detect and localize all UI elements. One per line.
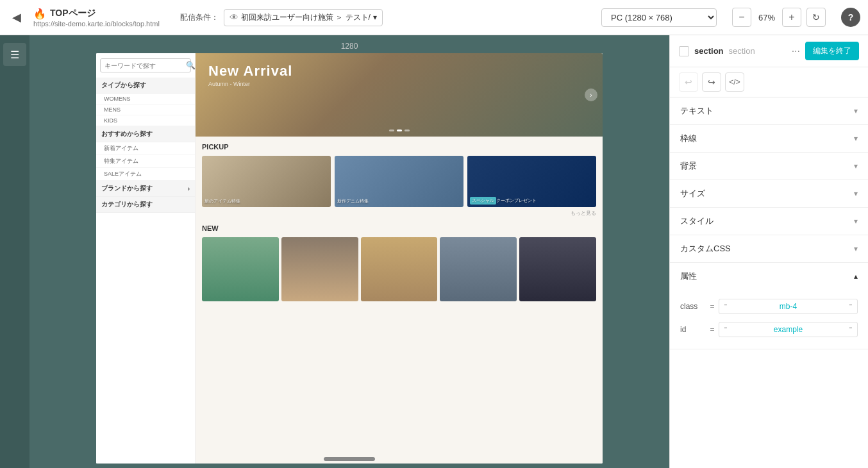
accordion-style-header[interactable]: スタイル ▾ (670, 208, 868, 235)
accordion-text-label: テキスト (680, 105, 714, 117)
zoom-controls: − 67% + ↻ (732, 8, 826, 27)
accordion-border-header[interactable]: 枠線 ▾ (670, 125, 868, 152)
pickup-grid: 旅のアイテム特集 新作デニム特集 スペシャルクーポンプレゼント (202, 156, 596, 207)
top-bar: ◀ 🔥 TOPページ https://site-demo.karte.io/bl… (0, 0, 868, 35)
accordion-background: 背景 ▾ (670, 153, 868, 180)
attr-equals-class: = (706, 302, 719, 311)
pickup-item-3[interactable]: スペシャルクーポンプレゼント (467, 156, 596, 207)
page-url: https://site-demo.karte.io/blocks/top.ht… (33, 20, 160, 28)
condition-label: 配信条件： (180, 12, 219, 23)
redo-button[interactable]: ↪ (702, 72, 721, 92)
sidebar-item-kids[interactable]: KIDS (96, 115, 195, 126)
right-panel: section section ··· 編集を終了 ↩ ↪ </> テキス (669, 35, 868, 468)
zoom-plus-icon: + (789, 12, 794, 23)
sidebar-item-brand-arrow: › (188, 185, 190, 192)
attributes-header[interactable]: 属性 ▴ (670, 263, 868, 290)
attr-value-class[interactable]: " mb-4 " (719, 299, 858, 314)
new-item-2[interactable] (281, 237, 358, 301)
device-select[interactable]: PC (1280 × 768) Mobile (601, 8, 717, 27)
sidebar-item-featured[interactable]: 特集アイテム (96, 155, 195, 168)
sidebar-item-brand[interactable]: ブランドから探す › (96, 181, 195, 197)
sidebar-item-brand-label: ブランドから探す (101, 184, 153, 193)
zoom-minus-button[interactable]: − (732, 8, 751, 27)
condition-chevron: ▾ (373, 13, 377, 22)
pickup-label-1: 旅のアイテム特集 (204, 198, 240, 205)
page-emoji: 🔥 (33, 8, 46, 20)
back-button[interactable]: ◀ (8, 8, 26, 26)
preview-scrollbar[interactable] (324, 457, 375, 461)
sidebar-item-mens[interactable]: MENS (96, 104, 195, 115)
accordion-text-chevron: ▾ (854, 106, 858, 115)
sidebar-item-category[interactable]: カテゴリから探す (96, 197, 195, 213)
accordion-background-chevron: ▾ (854, 162, 858, 171)
width-indicator: 1280 (341, 42, 358, 51)
refresh-icon: ↻ (812, 12, 820, 22)
sidebar-item-type-label: タイプから探す (101, 81, 146, 90)
accordion-size-chevron: ▾ (854, 189, 858, 198)
undo-button[interactable]: ↩ (679, 72, 698, 92)
accordion-size-header[interactable]: サイズ ▾ (670, 180, 868, 207)
undo-icon: ↩ (685, 77, 692, 87)
accordion-background-label: 背景 (680, 160, 697, 172)
refresh-button[interactable]: ↻ (806, 8, 826, 27)
page-title-area: 🔥 TOPページ https://site-demo.karte.io/bloc… (33, 8, 160, 28)
accordion-custom-css-header[interactable]: カスタムCSS ▾ (670, 235, 868, 262)
preview-area: 1280 🔍 タイプから探す WOMENS MENS KIDS おす (29, 35, 669, 468)
hero-dots (389, 130, 410, 131)
hero-dot-1 (389, 130, 394, 131)
new-section: NEW (196, 221, 603, 305)
accordion-border-chevron: ▾ (854, 134, 858, 143)
accordion-background-header[interactable]: 背景 ▾ (670, 153, 868, 180)
accordion-border: 枠線 ▾ (670, 125, 868, 153)
special-badge: スペシャル (470, 197, 496, 205)
new-item-4[interactable] (440, 237, 517, 301)
new-item-3[interactable] (361, 237, 438, 301)
sidebar-toggle: ☰ (0, 35, 29, 468)
accordion-size-label: サイズ (680, 188, 705, 199)
distribution-condition: 配信条件： 👁 初回来訪ユーザー向け施策 ＞ テスト/ ▾ (180, 9, 383, 26)
page-title-icon: 🔥 TOPページ (33, 8, 160, 20)
attr-quote-close-class: " (849, 303, 852, 310)
panel-finish-label: 編集を終了 (813, 46, 851, 55)
pickup-item-1[interactable]: 旅のアイテム特集 (202, 156, 331, 207)
main-area: ☰ 1280 🔍 タイプから探す WOMENS MENS KIDS (0, 35, 868, 468)
pickup-item-2[interactable]: 新作デニム特集 (335, 156, 463, 207)
more-link[interactable]: もっと見る (202, 210, 596, 217)
attr-quote-close-id: " (849, 326, 852, 333)
sidebar-item-recommended[interactable]: おすすめから探す (96, 126, 195, 142)
sidebar-item-category-label: カテゴリから探す (101, 200, 153, 209)
pickup-title: PICKUP (202, 143, 596, 151)
zoom-plus-button[interactable]: + (782, 8, 801, 27)
condition-select[interactable]: 👁 初回来訪ユーザー向け施策 ＞ テスト/ ▾ (224, 9, 383, 26)
accordion-border-label: 枠線 (680, 133, 697, 144)
attr-key-id: id (680, 325, 706, 334)
hero-title: New Arrival (208, 63, 292, 79)
sidebar-item-sale[interactable]: SALEアイテム (96, 168, 195, 181)
sidebar-item-womens[interactable]: WOMENS (96, 94, 195, 104)
panel-finish-button[interactable]: 編集を終了 (805, 42, 859, 60)
panel-checkbox[interactable] (679, 46, 689, 56)
preview-search-input[interactable] (104, 62, 186, 69)
attr-row-class: class = " mb-4 " (680, 295, 858, 318)
new-item-5[interactable] (519, 237, 596, 301)
panel-toolbar: ↩ ↪ </> (670, 67, 868, 97)
new-grid (202, 237, 596, 301)
sidebar-item-type[interactable]: タイプから探す (96, 78, 195, 94)
new-item-1[interactable] (202, 237, 279, 301)
help-button[interactable]: ? (841, 8, 860, 27)
condition-value: 初回来訪ユーザー向け施策 ＞ テスト/ (241, 12, 371, 23)
preview-frame: 🔍 タイプから探す WOMENS MENS KIDS おすすめから探す 新着アイ… (96, 53, 603, 464)
code-button[interactable]: </> (725, 72, 744, 92)
sidebar-item-new[interactable]: 新着アイテム (96, 142, 195, 155)
hero-nav-button[interactable]: › (585, 88, 597, 101)
attr-value-id-text: example (774, 325, 803, 334)
hamburger-button[interactable]: ☰ (3, 43, 26, 66)
accordion-text-header[interactable]: テキスト ▾ (670, 97, 868, 124)
attr-value-id[interactable]: " example " (719, 322, 858, 337)
panel-more-button[interactable]: ··· (792, 46, 800, 57)
panel-more-icon: ··· (792, 46, 800, 56)
accordion-style-chevron: ▾ (854, 217, 858, 226)
attributes-chevron: ▴ (854, 272, 858, 281)
attr-value-class-text: mb-4 (780, 302, 797, 311)
preview-search-icon: 🔍 (186, 61, 196, 70)
